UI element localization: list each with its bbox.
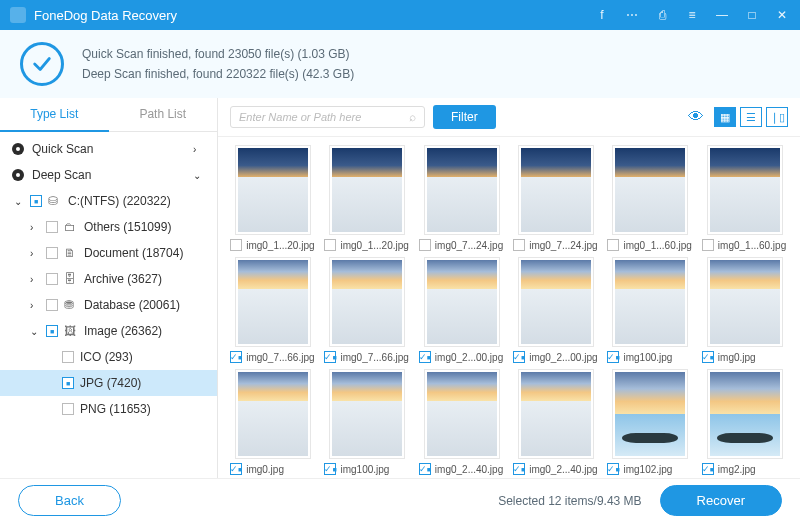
search-icon[interactable]: ⌕ [409,110,416,124]
menu-icon[interactable]: ≡ [684,7,700,23]
thumbnail[interactable] [518,257,594,347]
file-name: img0_2...00.jpg [435,352,503,363]
file-name: img0_7...24.jpg [435,240,503,251]
tree-database[interactable]: ⛃ Database (20061) [0,292,217,318]
file-checkbox[interactable] [702,239,714,251]
thumbnail[interactable] [424,145,500,235]
thumbnail[interactable] [707,257,783,347]
file-card[interactable]: ✓img100.jpg [322,369,412,475]
file-card[interactable]: ✓img100.jpg [605,257,695,363]
tab-type-list[interactable]: Type List [0,98,109,132]
checkbox[interactable] [46,221,58,233]
thumbnail[interactable] [707,145,783,235]
file-card[interactable]: ✓img0.jpg [700,257,790,363]
tab-path-list[interactable]: Path List [109,98,218,132]
thumbnail[interactable] [329,145,405,235]
checkbox[interactable] [46,247,58,259]
file-card[interactable]: ✓img0_2...40.jpg [511,369,601,475]
tree-jpg[interactable]: JPG (7420) [0,370,217,396]
tree-png[interactable]: PNG (11653) [0,396,217,422]
save-icon[interactable]: ⎙ [654,7,670,23]
file-card[interactable]: ✓img2.jpg [700,369,790,475]
thumbnail-grid: img0_1...20.jpgimg0_1...20.jpgimg0_7...2… [218,137,800,478]
file-checkbox[interactable]: ✓ [513,351,525,363]
file-card[interactable]: ✓img0.jpg [228,369,318,475]
file-card[interactable]: ✓img0_2...40.jpg [417,369,507,475]
tree-volume[interactable]: ⛁ C:(NTFS) (220322) [0,188,217,214]
view-detail-icon[interactable]: ❘▯ [766,107,788,127]
view-list-icon[interactable]: ☰ [740,107,762,127]
filter-button[interactable]: Filter [433,105,496,129]
file-card[interactable]: ✓img102.jpg [605,369,695,475]
file-card[interactable]: img0_1...20.jpg [322,145,412,251]
checkbox[interactable] [62,377,74,389]
file-card[interactable]: ✓img0_7...66.jpg [322,257,412,363]
file-checkbox[interactable]: ✓ [702,463,714,475]
file-checkbox[interactable]: ✓ [607,351,619,363]
search-box: ⌕ [230,106,425,128]
recover-button[interactable]: Recover [660,485,782,516]
tree-deep-scan[interactable]: Deep Scan [0,162,217,188]
tree-others[interactable]: 🗀 Others (151099) [0,214,217,240]
database-icon: ⛃ [64,298,78,312]
checkbox[interactable] [62,403,74,415]
file-card[interactable]: img0_7...24.jpg [511,145,601,251]
thumbnail[interactable] [612,257,688,347]
thumbnail[interactable] [518,369,594,459]
file-checkbox[interactable] [607,239,619,251]
file-card[interactable]: img0_1...20.jpg [228,145,318,251]
thumbnail[interactable] [612,145,688,235]
file-checkbox[interactable]: ✓ [702,351,714,363]
thumbnail[interactable] [329,257,405,347]
file-card[interactable]: img0_7...24.jpg [417,145,507,251]
checkbox[interactable] [46,325,58,337]
checkbox[interactable] [46,299,58,311]
thumbnail[interactable] [424,369,500,459]
file-checkbox[interactable]: ✓ [419,351,431,363]
facebook-icon[interactable]: f [594,7,610,23]
file-card[interactable]: ✓img0_2...00.jpg [417,257,507,363]
checkbox[interactable] [46,273,58,285]
minimize-icon[interactable]: — [714,7,730,23]
file-checkbox[interactable]: ✓ [230,463,242,475]
file-card[interactable]: ✓img0_2...00.jpg [511,257,601,363]
tree-document[interactable]: 🗎 Document (18704) [0,240,217,266]
file-checkbox[interactable]: ✓ [324,463,336,475]
preview-eye-icon[interactable]: 👁 [688,108,704,126]
file-checkbox[interactable] [230,239,242,251]
file-checkbox[interactable] [513,239,525,251]
file-checkbox[interactable]: ✓ [513,463,525,475]
close-icon[interactable]: ✕ [774,7,790,23]
tree-image[interactable]: 🖼 Image (26362) [0,318,217,344]
search-input[interactable] [239,111,409,123]
thumbnail[interactable] [707,369,783,459]
file-checkbox[interactable]: ✓ [607,463,619,475]
chevron-right-icon [30,222,40,233]
file-card[interactable]: img0_1...60.jpg [605,145,695,251]
thumbnail[interactable] [235,257,311,347]
tree-archive[interactable]: 🗄 Archive (3627) [0,266,217,292]
feedback-icon[interactable]: ⋯ [624,7,640,23]
file-card[interactable]: ✓img0_7...66.jpg [228,257,318,363]
file-checkbox[interactable]: ✓ [230,351,242,363]
file-checkbox[interactable]: ✓ [419,463,431,475]
checkbox[interactable] [30,195,42,207]
thumbnail[interactable] [235,369,311,459]
checkbox[interactable] [62,351,74,363]
tree-quick-scan[interactable]: Quick Scan [0,136,217,162]
tree-ico[interactable]: ICO (293) [0,344,217,370]
file-card[interactable]: img0_1...60.jpg [700,145,790,251]
file-checkbox[interactable] [324,239,336,251]
view-grid-icon[interactable]: ▦ [714,107,736,127]
thumbnail[interactable] [518,145,594,235]
back-button[interactable]: Back [18,485,121,516]
thumbnail[interactable] [329,369,405,459]
maximize-icon[interactable]: □ [744,7,760,23]
file-checkbox[interactable]: ✓ [324,351,336,363]
success-check-icon [20,42,64,86]
thumbnail[interactable] [424,257,500,347]
thumbnail[interactable] [612,369,688,459]
archive-icon: 🗄 [64,272,78,286]
thumbnail[interactable] [235,145,311,235]
file-checkbox[interactable] [419,239,431,251]
